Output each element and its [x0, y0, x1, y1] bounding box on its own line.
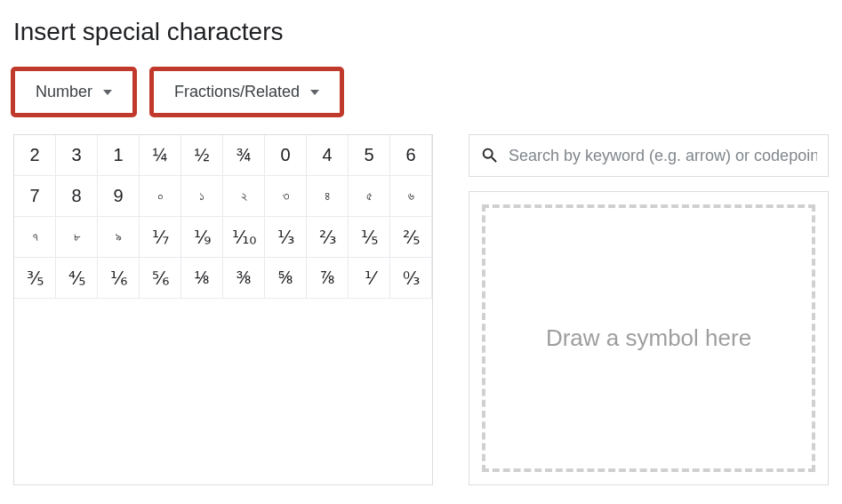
character-cell[interactable]: 4: [307, 135, 349, 176]
character-cell[interactable]: ½: [181, 135, 223, 176]
chevron-down-icon: [310, 90, 319, 95]
character-cell[interactable]: ৩: [265, 176, 307, 217]
subcategory-dropdown[interactable]: Fractions/Related: [152, 69, 341, 115]
draw-area[interactable]: Draw a symbol here: [482, 204, 815, 472]
character-cell[interactable]: ৭: [14, 217, 56, 258]
character-cell[interactable]: ⅓: [265, 217, 307, 258]
character-grid: 231¼½¾0456789০১২৩৪৫৬৭৮৯⅐⅑⅒⅓⅔⅕⅖⅗⅘⅙⅚⅛⅜⅝⅞⅟↉: [14, 135, 432, 299]
character-cell[interactable]: 6: [390, 135, 432, 176]
character-cell[interactable]: ৬: [390, 176, 432, 217]
character-cell[interactable]: 7: [14, 176, 56, 217]
character-cell[interactable]: ⅘: [56, 258, 98, 299]
dialog-title: Insert special characters: [13, 18, 829, 46]
character-cell[interactable]: ২: [223, 176, 265, 217]
character-cell[interactable]: ↉: [390, 258, 432, 299]
character-cell[interactable]: 3: [56, 135, 98, 176]
search-input[interactable]: [509, 147, 817, 165]
character-cell[interactable]: ⅑: [181, 217, 223, 258]
character-cell[interactable]: ⅒: [223, 217, 265, 258]
character-cell[interactable]: ⅖: [390, 217, 432, 258]
character-grid-container: 231¼½¾0456789০১২৩৪৫৬৭৮৯⅐⅑⅒⅓⅔⅕⅖⅗⅘⅙⅚⅛⅜⅝⅞⅟↉: [13, 134, 433, 485]
character-cell[interactable]: ⅟: [349, 258, 390, 299]
character-cell[interactable]: 0: [265, 135, 307, 176]
category-dropdown[interactable]: Number: [13, 69, 134, 115]
category-dropdown-label: Number: [36, 83, 92, 101]
character-cell[interactable]: ⅙: [98, 258, 140, 299]
character-cell[interactable]: 8: [56, 176, 98, 217]
character-cell[interactable]: ⅔: [307, 217, 349, 258]
character-cell[interactable]: ⅝: [265, 258, 307, 299]
draw-area-label: Draw a symbol here: [546, 324, 751, 352]
draw-panel: Draw a symbol here: [469, 191, 829, 485]
right-column: Draw a symbol here: [469, 134, 829, 485]
character-cell[interactable]: ¼: [140, 135, 181, 176]
character-cell[interactable]: ০: [140, 176, 181, 217]
character-cell[interactable]: ১: [181, 176, 223, 217]
character-cell[interactable]: ⅜: [223, 258, 265, 299]
character-cell[interactable]: 2: [14, 135, 56, 176]
character-cell[interactable]: ⅛: [181, 258, 223, 299]
chevron-down-icon: [103, 90, 112, 95]
character-cell[interactable]: ⅐: [140, 217, 181, 258]
search-icon: [480, 146, 500, 165]
character-cell[interactable]: ৯: [98, 217, 140, 258]
dropdown-row: Number Fractions/Related: [13, 69, 829, 115]
main-content-row: 231¼½¾0456789০১২৩৪৫৬৭৮৯⅐⅑⅒⅓⅔⅕⅖⅗⅘⅙⅚⅛⅜⅝⅞⅟↉…: [13, 134, 829, 485]
character-cell[interactable]: ¾: [223, 135, 265, 176]
subcategory-dropdown-label: Fractions/Related: [174, 83, 300, 101]
character-cell[interactable]: ৮: [56, 217, 98, 258]
character-cell[interactable]: ⅞: [307, 258, 349, 299]
character-cell[interactable]: ⅗: [14, 258, 56, 299]
character-cell[interactable]: ⅚: [140, 258, 181, 299]
character-cell[interactable]: 5: [349, 135, 390, 176]
character-cell[interactable]: 1: [98, 135, 140, 176]
character-cell[interactable]: ৫: [349, 176, 390, 217]
search-box[interactable]: [469, 134, 829, 177]
character-cell[interactable]: 9: [98, 176, 140, 217]
character-cell[interactable]: ৪: [307, 176, 349, 217]
character-cell[interactable]: ⅕: [349, 217, 390, 258]
